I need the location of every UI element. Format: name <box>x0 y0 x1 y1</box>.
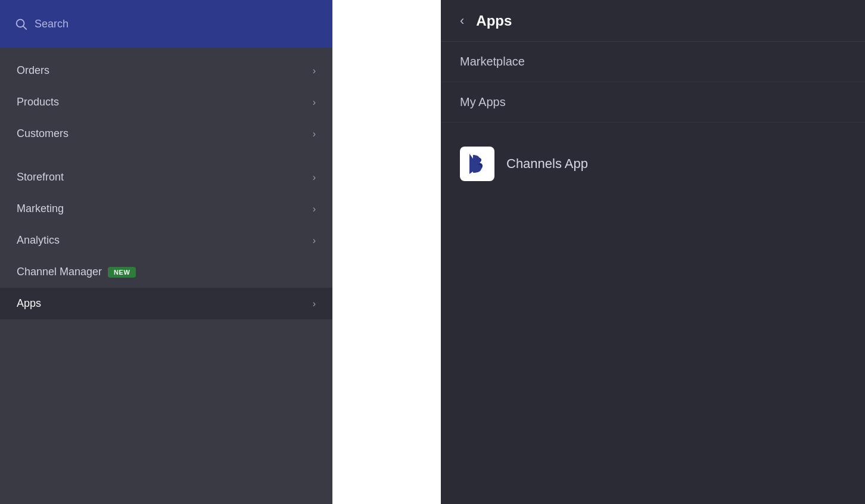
new-badge: NEW <box>108 267 136 278</box>
apps-menu-item-marketplace[interactable]: Marketplace <box>441 42 865 82</box>
sidebar-item-apps-label: Apps <box>17 297 41 310</box>
channels-app-label: Channels App <box>506 156 588 172</box>
sidebar: Search Orders › Products › Customers › <box>0 0 332 504</box>
search-icon <box>14 17 27 30</box>
chevron-right-icon: › <box>313 129 316 139</box>
sidebar-item-customers[interactable]: Customers › <box>0 118 332 150</box>
sidebar-header[interactable]: Search <box>0 0 332 48</box>
chevron-right-icon: › <box>313 298 316 309</box>
chevron-right-icon: › <box>313 66 316 76</box>
chevron-right-icon: › <box>313 204 316 214</box>
svg-line-1 <box>23 26 26 29</box>
sidebar-item-analytics[interactable]: Analytics › <box>0 225 332 256</box>
search-placeholder: Search <box>35 18 69 30</box>
sidebar-item-apps[interactable]: Apps › <box>0 288 332 319</box>
chevron-right-icon: › <box>313 235 316 246</box>
apps-menu: Marketplace My Apps <box>441 42 865 123</box>
channels-app-logo <box>465 151 490 176</box>
nav-spacer <box>0 150 332 161</box>
apps-panel-title: Apps <box>476 13 512 29</box>
chevron-right-icon: › <box>313 97 316 108</box>
sidebar-item-products[interactable]: Products › <box>0 86 332 118</box>
channels-app-icon <box>460 147 494 181</box>
sidebar-item-products-label: Products <box>17 96 59 108</box>
chevron-right-icon: › <box>313 172 316 183</box>
back-button[interactable]: ‹ <box>460 13 464 29</box>
sidebar-item-storefront[interactable]: Storefront › <box>0 161 332 193</box>
sidebar-item-storefront-label: Storefront <box>17 171 64 183</box>
sidebar-nav: Orders › Products › Customers › Storefro… <box>0 48 332 504</box>
sidebar-item-analytics-label: Analytics <box>17 234 60 247</box>
sidebar-item-marketing[interactable]: Marketing › <box>0 193 332 225</box>
sidebar-item-channel-manager[interactable]: Channel Manager NEW <box>0 256 332 288</box>
channels-app-item[interactable]: Channels App <box>460 139 846 188</box>
apps-panel: ‹ Apps Marketplace My Apps Channels App <box>441 0 865 504</box>
apps-menu-item-my-apps[interactable]: My Apps <box>441 82 865 123</box>
apps-panel-header: ‹ Apps <box>441 0 865 42</box>
content-area-gap <box>332 0 441 504</box>
sidebar-item-orders-label: Orders <box>17 64 49 77</box>
apps-installed-section: Channels App <box>441 123 865 205</box>
sidebar-item-orders[interactable]: Orders › <box>0 55 332 86</box>
sidebar-item-marketing-label: Marketing <box>17 203 64 215</box>
sidebar-item-customers-label: Customers <box>17 127 69 140</box>
sidebar-item-channel-manager-label: Channel Manager <box>17 266 102 278</box>
